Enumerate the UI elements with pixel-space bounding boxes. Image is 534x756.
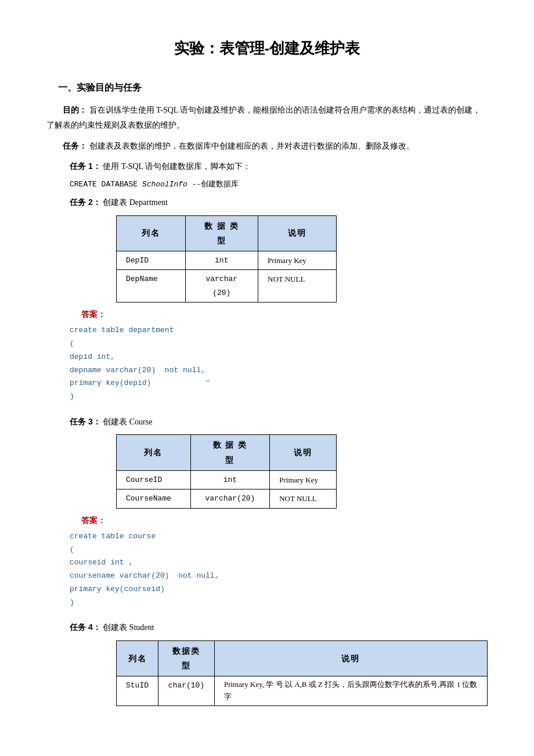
purpose-paragraph: 目的： 旨在训练学生使用 T-SQL 语句创建及维护表，能根据给出的语法创建符合…: [46, 102, 488, 134]
answer2-code: create table course ( courseid int , cou…: [70, 530, 488, 610]
task4-text: 创建表 Student: [103, 623, 154, 632]
course-col-name-header: 列名: [117, 435, 191, 470]
answer2-line5: primary key(courseid): [70, 583, 488, 596]
page-title: 实验：表管理-创建及维护表: [46, 35, 488, 62]
dept-col-name-header: 列名: [117, 215, 186, 251]
section-heading: 一、实验目的与任务: [58, 80, 488, 96]
task3-label: 任务 3：: [70, 417, 101, 426]
answer2-line6: ): [70, 596, 488, 610]
dept-col-desc-header: 说明: [258, 215, 337, 251]
task-text: 创建表及表数据的维护，在数据库中创建相应的表，并对表进行数据的添加、删除及修改。: [89, 142, 414, 150]
task1-code-italic: SchoolInfo: [142, 180, 187, 189]
dept-depid-name: DepID: [117, 251, 186, 270]
task4-label: 任务 4：: [70, 622, 101, 632]
answer1-line6: ): [70, 390, 488, 404]
answer2-line4: coursename varchar(20) not null,: [70, 570, 488, 583]
student-table: 列名 数据类型 说明 StuID char(10) Primary Key, 学…: [116, 640, 488, 706]
course-col-desc-header: 说明: [270, 435, 337, 470]
student-col-desc-header: 说明: [214, 640, 487, 676]
dept-depname-name: DepName: [117, 270, 186, 303]
purpose-label: 目的：: [63, 105, 87, 114]
answer1-label: 答案：: [81, 307, 488, 322]
answer1-code: create table department ( depid int, dep…: [70, 324, 488, 404]
task1-block: 任务 1： 使用 T-SQL 语句创建数据库，脚本如下：: [70, 159, 488, 175]
course-row-1: CourseID int Primary Key: [117, 470, 337, 489]
answer2-label: 答案：: [81, 513, 488, 528]
answer1-line5: primary key(depid) ": [70, 377, 488, 390]
course-name-type: varchar(20): [190, 489, 270, 508]
task3-text: 创建表 Course: [103, 417, 152, 426]
course-row-2: CourseName varchar(20) NOT NULL: [117, 489, 337, 508]
course-id-type: int: [190, 470, 270, 489]
course-id-desc: Primary Key: [270, 470, 337, 489]
course-col-type-header: 数 据 类型: [190, 435, 270, 470]
task1-text: 使用 T-SQL 语句创建数据库，脚本如下：: [103, 162, 251, 171]
task4-block: 任务 4： 创建表 Student: [70, 620, 488, 636]
task2-label: 任务 2：: [70, 197, 101, 207]
answer1-line2: (: [70, 337, 488, 351]
dept-table: 列名 数 据 类型 说明 DepID int Primary Key DepNa…: [116, 215, 337, 303]
student-stuid-name: StuID: [117, 676, 158, 706]
course-id-name: CourseID: [117, 470, 191, 489]
student-stuid-type: char(10): [158, 676, 215, 706]
task3-block: 任务 3： 创建表 Course: [70, 414, 488, 430]
purpose-text: 旨在训练学生使用 T-SQL 语句创建及维护表，能根据给出的语法创建符合用户需求…: [46, 106, 481, 130]
dept-table-container: 列名 数 据 类型 说明 DepID int Primary Key DepNa…: [116, 215, 488, 303]
dept-depid-type: int: [185, 251, 258, 270]
course-table-container: 列名 数 据 类型 说明 CourseID int Primary Key Co…: [116, 434, 488, 508]
course-table: 列名 数 据 类型 说明 CourseID int Primary Key Co…: [116, 434, 337, 508]
student-col-type-header: 数据类型: [158, 640, 215, 676]
task-paragraph: 任务： 创建表及表数据的维护，在数据库中创建相应的表，并对表进行数据的添加、删除…: [46, 138, 488, 154]
student-col-name-header: 列名: [117, 640, 158, 676]
answer2-line1: create table course: [70, 530, 488, 543]
student-stuid-desc: Primary Key, 学 号 以 A,B 或 Z 打头，后头跟两位数字代表的…: [214, 676, 487, 706]
dept-row-1: DepID int Primary Key: [117, 251, 337, 270]
task2-text: 创建表 Department: [103, 198, 168, 207]
dept-depid-desc: Primary Key: [258, 251, 337, 270]
task1-label: 任务 1：: [70, 161, 101, 171]
dept-row-2: DepName varchar(20) NOT NULL: [117, 270, 337, 303]
course-name-desc: NOT NULL: [270, 489, 337, 508]
task1-code1: CREATE DATABASE: [70, 180, 142, 189]
dept-col-type-header: 数 据 类型: [185, 215, 258, 251]
task1-code2: --创建数据库: [187, 180, 239, 189]
task-label: 任务：: [63, 141, 87, 150]
student-table-container: 列名 数据类型 说明 StuID char(10) Primary Key, 学…: [116, 640, 488, 706]
student-row-1: StuID char(10) Primary Key, 学 号 以 A,B 或 …: [117, 676, 488, 706]
answer2-line2: (: [70, 543, 488, 557]
answer2-line3: courseid int ,: [70, 556, 488, 570]
dept-depname-type: varchar(20): [185, 270, 258, 303]
dept-depname-desc: NOT NULL: [258, 270, 337, 303]
answer1-line3: depid int,: [70, 351, 488, 364]
task1-code: CREATE DATABASE SchoolInfo --创建数据库: [70, 178, 488, 191]
course-name-col: CourseName: [117, 489, 191, 508]
answer1-line1: create table department: [70, 324, 488, 337]
answer1-line4: depname varchar(20) not null,: [70, 364, 488, 377]
task2-block: 任务 2： 创建表 Department: [70, 195, 488, 211]
